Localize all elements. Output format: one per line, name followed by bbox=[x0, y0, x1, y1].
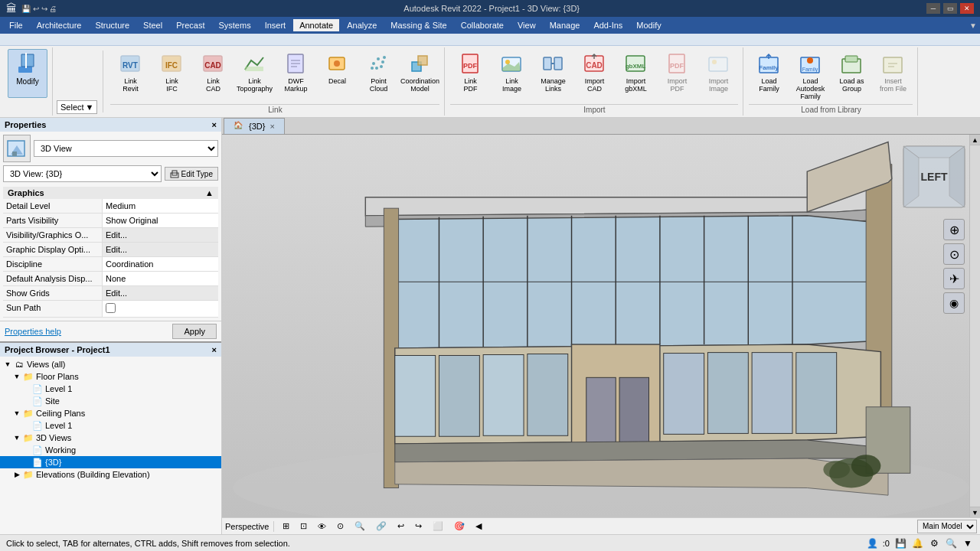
edit-type-label: Edit Type bbox=[181, 170, 213, 178]
menu-analyze[interactable]: Analyze bbox=[341, 19, 383, 31]
menu-annotate[interactable]: Annotate bbox=[293, 19, 339, 31]
scroll-up-btn[interactable]: ▲ bbox=[970, 135, 980, 145]
menu-manage[interactable]: Manage bbox=[544, 19, 586, 31]
scroll-thumb[interactable] bbox=[970, 145, 980, 507]
viewport-tab-close[interactable]: × bbox=[270, 122, 274, 131]
menu-architecture[interactable]: Architecture bbox=[31, 19, 88, 31]
menu-systems[interactable]: Systems bbox=[212, 19, 256, 31]
browser-content[interactable]: ▼ 🗂 Views (all) ▼ 📁 Floor Plans ▶ 📄 Leve… bbox=[0, 357, 221, 534]
link-revit-button[interactable]: RVT LinkRevit bbox=[110, 49, 150, 98]
bottom-icon-3[interactable]: 👁 bbox=[314, 520, 330, 533]
link-cad-button[interactable]: CAD LinkCAD bbox=[193, 49, 233, 98]
coordination-model-button[interactable]: CoordinationModel bbox=[400, 49, 439, 98]
properties-close-btn[interactable]: × bbox=[212, 120, 217, 129]
elevations-label: Elevations (Building Elevation) bbox=[36, 470, 150, 479]
status-icon-2[interactable]: 🔔 bbox=[911, 537, 923, 549]
orbit-button[interactable]: ⊕ bbox=[943, 219, 965, 240]
load-as-group-button[interactable]: Load asGroup bbox=[831, 49, 871, 98]
menu-insert[interactable]: Insert bbox=[259, 19, 292, 31]
menu-steel[interactable]: Steel bbox=[137, 19, 168, 31]
point-cloud-button[interactable]: PointCloud bbox=[358, 49, 398, 98]
scroll-down-btn[interactable]: ▼ bbox=[970, 507, 980, 517]
menu-precast[interactable]: Precast bbox=[170, 19, 211, 31]
browser-site-plan[interactable]: ▶ 📄 Site bbox=[0, 395, 221, 407]
apply-button[interactable]: Apply bbox=[172, 324, 217, 339]
bottom-icon-8[interactable]: ↪ bbox=[411, 520, 426, 533]
viewport-scrollbar[interactable]: ▲ ▼ bbox=[969, 135, 980, 517]
link-image-button[interactable]: LinkImage bbox=[492, 49, 531, 98]
bottom-icon-7[interactable]: ↩ bbox=[394, 520, 408, 533]
model-select[interactable]: Main Model bbox=[917, 520, 977, 533]
prop-show-grids[interactable]: Show Grids Edit... bbox=[3, 286, 218, 301]
load-autodesk-family-button[interactable]: Family Load AutodeskFamily bbox=[790, 49, 830, 103]
close-button[interactable]: ✕ bbox=[960, 3, 974, 14]
viewport-tab-3d[interactable]: 🏠 {3D} × bbox=[224, 118, 285, 134]
edit-type-button[interactable]: Edit Type bbox=[165, 167, 218, 181]
render-button[interactable]: ◉ bbox=[943, 292, 965, 314]
link-topography-button[interactable]: LinkTopography bbox=[234, 49, 274, 98]
browser-3d-active[interactable]: ▶ 📄 {3D} bbox=[0, 456, 221, 468]
properties-help-link[interactable]: Properties help bbox=[5, 327, 61, 336]
bottom-icon-4[interactable]: ⊙ bbox=[333, 520, 348, 533]
svg-text:PDF: PDF bbox=[670, 62, 684, 70]
menu-structure[interactable]: Structure bbox=[89, 19, 136, 31]
svg-rect-82 bbox=[707, 353, 748, 434]
status-icon-3[interactable]: ⚙ bbox=[928, 537, 940, 549]
sun-path-checkbox[interactable] bbox=[106, 303, 116, 313]
pan-button[interactable]: ✈ bbox=[943, 268, 965, 289]
decal-button[interactable]: Decal bbox=[317, 49, 357, 98]
status-icon-1[interactable]: 💾 bbox=[894, 537, 906, 549]
zoom-button[interactable]: ⊙ bbox=[943, 243, 965, 265]
title-bar-controls[interactable]: ─ ▭ ✕ bbox=[926, 3, 974, 14]
section-collapse[interactable]: ▲ bbox=[205, 188, 214, 197]
insert-from-file-button[interactable]: Insertfrom File bbox=[873, 49, 913, 98]
browser-working[interactable]: ▶ 📄 Working bbox=[0, 444, 221, 456]
menu-modify[interactable]: Modify bbox=[630, 19, 667, 31]
prop-sun-path: Sun Path bbox=[3, 301, 218, 318]
view-cube[interactable]: LEFT bbox=[900, 142, 969, 211]
link-pdf-button[interactable]: PDF LinkPDF bbox=[450, 49, 490, 98]
modify-icon bbox=[15, 51, 40, 76]
view-type-select[interactable]: 3D View bbox=[34, 140, 218, 157]
browser-elevations[interactable]: ▶ 📁 Elevations (Building Elevation) bbox=[0, 468, 221, 481]
bottom-icon-9[interactable]: ⬜ bbox=[429, 520, 447, 533]
select-dropdown[interactable]: Select ▼ bbox=[57, 100, 97, 114]
browser-level1-plan[interactable]: ▶ 📄 Level 1 bbox=[0, 383, 221, 395]
modify-button[interactable]: Modify bbox=[8, 49, 47, 98]
browser-close-btn[interactable]: × bbox=[212, 345, 217, 354]
import-gbxml-button[interactable]: gbXML ImportgbXML bbox=[616, 49, 655, 98]
bottom-icon-11[interactable]: ◀ bbox=[472, 520, 485, 533]
browser-floor-plans[interactable]: ▼ 📁 Floor Plans bbox=[0, 370, 221, 383]
bottom-icon-1[interactable]: ⊞ bbox=[279, 520, 293, 533]
bottom-icon-2[interactable]: ⊡ bbox=[296, 520, 311, 533]
link-topography-label: LinkTopography bbox=[237, 77, 273, 93]
import-pdf-button[interactable]: PDF ImportPDF bbox=[657, 49, 697, 98]
restore-button[interactable]: ▭ bbox=[943, 3, 957, 14]
prop-graphic-display[interactable]: Graphic Display Opti... Edit... bbox=[3, 243, 218, 257]
bottom-icon-5[interactable]: 🔍 bbox=[351, 520, 369, 533]
status-icon-4[interactable]: 🔍 bbox=[945, 537, 957, 549]
minimize-button[interactable]: ─ bbox=[926, 3, 940, 14]
status-icon-5[interactable]: ▼ bbox=[962, 537, 974, 549]
svg-point-17 bbox=[377, 57, 380, 60]
bottom-icon-6[interactable]: 🔗 bbox=[372, 520, 390, 533]
prop-visibility-graphics[interactable]: Visibility/Graphics O... Edit... bbox=[3, 228, 218, 243]
browser-3d-views[interactable]: ▼ 📁 3D Views bbox=[0, 432, 221, 444]
dwf-markup-button[interactable]: DWFMarkup bbox=[276, 49, 315, 98]
menu-massing-site[interactable]: Massing & Site bbox=[384, 19, 452, 31]
load-family-button[interactable]: Family LoadFamily bbox=[749, 49, 789, 98]
menu-addins[interactable]: Add-Ins bbox=[587, 19, 629, 31]
link-ifc-button[interactable]: IFC LinkIFC bbox=[152, 49, 191, 98]
viewport-canvas[interactable]: LEFT ⊕ ⊙ ✈ ◉ ▲ ▼ bbox=[222, 135, 980, 517]
menu-file[interactable]: File bbox=[3, 19, 29, 31]
menu-collaborate[interactable]: Collaborate bbox=[455, 19, 510, 31]
view-name-select[interactable]: 3D View: {3D} bbox=[3, 165, 162, 182]
manage-links-button[interactable]: ManageLinks bbox=[533, 49, 573, 98]
browser-ceiling-plans[interactable]: ▼ 📁 Ceiling Plans bbox=[0, 407, 221, 419]
import-cad-button[interactable]: CAD ImportCAD bbox=[574, 49, 614, 98]
import-image-button[interactable]: ImportImage bbox=[698, 49, 738, 98]
browser-views-all[interactable]: ▼ 🗂 Views (all) bbox=[0, 358, 221, 370]
menu-view[interactable]: View bbox=[511, 19, 542, 31]
bottom-icon-10[interactable]: 🎯 bbox=[450, 520, 469, 533]
browser-level1-ceiling[interactable]: ▶ 📄 Level 1 bbox=[0, 419, 221, 432]
